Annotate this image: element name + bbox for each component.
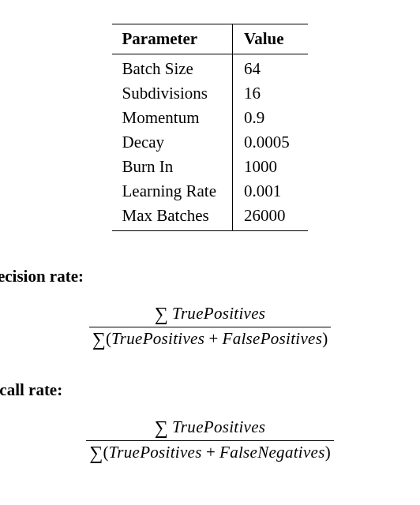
table-row: Burn In 1000 bbox=[112, 155, 307, 179]
table-row: Subdivisions 16 bbox=[112, 81, 307, 106]
value-cell: 16 bbox=[233, 81, 308, 106]
value-cell: 0.0005 bbox=[233, 130, 308, 155]
param-cell: Decay bbox=[112, 130, 232, 155]
recall-numerator: ∑ TruePositives bbox=[86, 417, 333, 441]
term-false-negatives: FalseNegatives bbox=[219, 443, 325, 462]
recall-fraction: ∑ TruePositives ∑(TruePositives + FalseN… bbox=[86, 417, 333, 464]
header-parameter: Parameter bbox=[112, 24, 232, 54]
plus-sign: + bbox=[204, 329, 222, 348]
value-cell: 0.001 bbox=[233, 179, 308, 204]
sum-symbol: ∑ bbox=[155, 417, 168, 438]
term-true-positives: TruePositives bbox=[111, 329, 204, 348]
value-cell: 1000 bbox=[233, 155, 308, 179]
parameters-table-container: Parameter Value Batch Size 64 Subdivisio… bbox=[0, 24, 420, 231]
param-cell: Momentum bbox=[112, 106, 232, 130]
term-true-positives: TruePositives bbox=[172, 304, 265, 323]
precision-rate-heading: recision rate: bbox=[0, 267, 420, 286]
param-cell: Learning Rate bbox=[112, 179, 232, 204]
value-cell: 0.9 bbox=[233, 106, 308, 130]
precision-fraction: ∑ TruePositives ∑(TruePositives + FalseP… bbox=[89, 304, 331, 350]
table-header-row: Parameter Value bbox=[112, 24, 307, 54]
precision-formula: ∑ TruePositives ∑(TruePositives + FalseP… bbox=[0, 304, 420, 350]
table-row: Momentum 0.9 bbox=[112, 106, 307, 130]
precision-denominator: ∑(TruePositives + FalsePositives) bbox=[89, 327, 331, 350]
term-true-positives: TruePositives bbox=[108, 443, 201, 462]
parameters-table: Parameter Value Batch Size 64 Subdivisio… bbox=[112, 24, 307, 231]
term-false-positives: FalsePositives bbox=[223, 329, 323, 348]
param-cell: Burn In bbox=[112, 155, 232, 179]
value-cell: 26000 bbox=[233, 204, 308, 231]
header-value: Value bbox=[233, 24, 308, 54]
sum-symbol: ∑ bbox=[155, 304, 168, 324]
recall-rate-heading: ecall rate: bbox=[0, 380, 420, 400]
plus-sign: + bbox=[202, 443, 219, 462]
table-row: Batch Size 64 bbox=[112, 54, 307, 82]
param-cell: Max Batches bbox=[112, 204, 232, 231]
sum-symbol: ∑ bbox=[92, 329, 106, 350]
table-row: Learning Rate 0.001 bbox=[112, 179, 307, 204]
precision-numerator: ∑ TruePositives bbox=[89, 304, 331, 327]
value-cell: 64 bbox=[233, 54, 308, 82]
sum-symbol: ∑ bbox=[89, 443, 103, 463]
param-cell: Subdivisions bbox=[112, 81, 232, 106]
table-row: Decay 0.0005 bbox=[112, 130, 307, 155]
recall-formula: ∑ TruePositives ∑(TruePositives + FalseN… bbox=[0, 417, 420, 464]
table-row: Max Batches 26000 bbox=[112, 204, 307, 231]
term-true-positives: TruePositives bbox=[172, 417, 265, 436]
recall-denominator: ∑(TruePositives + FalseNegatives) bbox=[86, 441, 333, 464]
param-cell: Batch Size bbox=[112, 54, 232, 82]
